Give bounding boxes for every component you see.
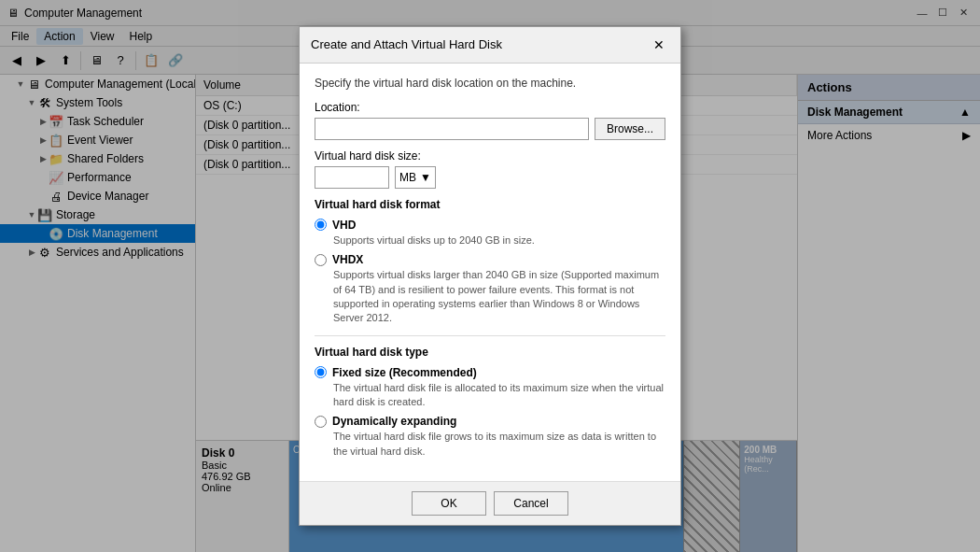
size-field: Virtual hard disk size: MB ▼	[315, 149, 665, 189]
type-dynamic-desc: The virtual hard disk file grows to its …	[333, 430, 665, 459]
dialog-footer: OK Cancel	[300, 481, 680, 525]
format-vhd-radio[interactable]	[315, 219, 327, 231]
type-fixed-option: Fixed size (Recommended) The virtual har…	[315, 366, 665, 410]
format-vhd-option: VHD Supports virtual disks up to 2040 GB…	[315, 219, 665, 248]
dialog-description: Specify the virtual hard disk location o…	[315, 77, 665, 90]
cancel-button[interactable]: Cancel	[494, 491, 568, 516]
type-fixed-desc: The virtual hard disk file is allocated …	[333, 381, 665, 410]
format-vhdx-desc: Supports virtual disks larger than 2040 …	[333, 268, 665, 326]
format-vhd-text: VHD	[332, 219, 356, 232]
type-fixed-text: Fixed size (Recommended)	[332, 366, 477, 379]
type-dynamic-text: Dynamically expanding	[332, 415, 456, 428]
format-vhdx-label[interactable]: VHDX	[315, 253, 665, 266]
format-section-title: Virtual hard disk format	[315, 198, 665, 211]
create-vhd-dialog: Create and Attach Virtual Hard Disk ✕ Sp…	[299, 26, 681, 527]
size-unit-arrow-icon: ▼	[420, 171, 431, 184]
size-input[interactable]	[315, 166, 389, 189]
type-dynamic-radio[interactable]	[315, 416, 327, 428]
dialog-title: Create and Attach Virtual Hard Disk	[311, 37, 502, 51]
type-section: Virtual hard disk type Fixed size (Recom…	[315, 346, 665, 460]
dialog-titlebar: Create and Attach Virtual Hard Disk ✕	[300, 27, 680, 64]
dialog-overlay: Create and Attach Virtual Hard Disk ✕ Sp…	[0, 0, 980, 552]
type-dynamic-option: Dynamically expanding The virtual hard d…	[315, 415, 665, 459]
ok-button[interactable]: OK	[412, 491, 486, 516]
size-unit-selector[interactable]: MB ▼	[395, 166, 436, 189]
format-vhd-desc: Supports virtual disks up to 2040 GB in …	[333, 234, 665, 248]
size-row: MB ▼	[315, 166, 665, 189]
format-vhdx-text: VHDX	[332, 253, 363, 266]
type-fixed-label[interactable]: Fixed size (Recommended)	[315, 366, 665, 379]
location-field: Location: Browse...	[315, 101, 665, 140]
size-label: Virtual hard disk size:	[315, 149, 665, 163]
dialog-body: Specify the virtual hard disk location o…	[300, 64, 680, 482]
format-section: Virtual hard disk format VHD Supports vi…	[315, 198, 665, 326]
size-unit-label: MB	[399, 171, 416, 184]
type-dynamic-label[interactable]: Dynamically expanding	[315, 415, 665, 428]
location-label: Location:	[315, 101, 665, 114]
format-vhd-label[interactable]: VHD	[315, 219, 665, 232]
browse-button[interactable]: Browse...	[595, 118, 665, 140]
format-vhdx-radio[interactable]	[315, 254, 327, 266]
location-input[interactable]	[315, 118, 589, 140]
format-vhdx-option: VHDX Supports virtual disks larger than …	[315, 253, 665, 326]
type-fixed-radio[interactable]	[315, 366, 327, 378]
type-section-title: Virtual hard disk type	[315, 346, 665, 359]
section-divider	[315, 335, 665, 336]
dialog-close-button[interactable]: ✕	[649, 35, 669, 55]
location-row: Browse...	[315, 118, 665, 140]
